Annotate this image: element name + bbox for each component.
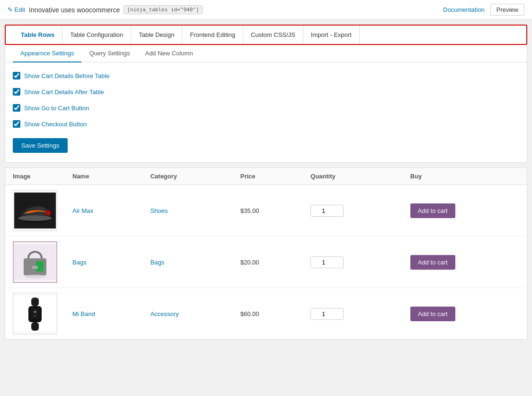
- sub-tab-appearance-settings[interactable]: Appearnce Settings: [13, 45, 81, 62]
- product-buy-cell: Add to cart: [403, 288, 527, 340]
- product-price-cell: $20.00: [233, 237, 303, 288]
- svg-point-3: [18, 215, 52, 221]
- product-category-cell: Bags: [143, 237, 233, 288]
- show-go-to-cart-label[interactable]: Show Go to Cart Button: [24, 105, 89, 112]
- svg-text:08: 08: [34, 310, 36, 313]
- col-header-price: Price: [233, 168, 303, 185]
- add-to-cart-button[interactable]: Add to cart: [410, 307, 455, 321]
- table-row: 08 25 Mi Band Ac: [5, 288, 527, 340]
- tab-table-rows[interactable]: Table Rows: [13, 26, 62, 44]
- tab-import-export[interactable]: Import - Export: [303, 26, 360, 44]
- shoe-image: [14, 193, 56, 229]
- settings-panel: Show Cart Details Before Table Show Cart…: [5, 62, 527, 162]
- svg-rect-15: [31, 322, 39, 331]
- svg-point-16: [32, 299, 34, 300]
- tab-frontend-editing[interactable]: Frontend Editing: [182, 26, 243, 44]
- main-tabs: Table Rows Table Configuration Table Des…: [5, 25, 527, 45]
- show-cart-before-row: Show Cart Details Before Table: [13, 72, 519, 79]
- product-name-cell: Mi Band: [65, 288, 143, 340]
- top-bar-left: ✎ Edit Innovative uses woocommerce [ninj…: [8, 5, 203, 14]
- product-quantity-cell: [303, 185, 403, 237]
- product-image-wrapper: [13, 190, 57, 231]
- shortcode-badge: [ninja_tables id="940"]: [124, 5, 202, 14]
- product-quantity-cell: [303, 237, 403, 288]
- col-header-buy: Buy: [403, 168, 527, 185]
- col-header-image: Image: [5, 168, 65, 185]
- band-image: 08 25: [14, 296, 56, 332]
- product-buy-cell: Add to cart: [403, 185, 527, 237]
- product-image-cell: [5, 237, 65, 288]
- product-category-link[interactable]: Bags: [151, 259, 165, 266]
- show-cart-after-label[interactable]: Show Cart Details After Table: [24, 88, 104, 96]
- product-category-link[interactable]: Accessory: [151, 310, 179, 317]
- show-checkout-label[interactable]: Show Checkout Button: [24, 121, 87, 128]
- add-to-cart-button[interactable]: Add to cart: [410, 255, 455, 270]
- product-name-cell: Bags: [65, 237, 143, 288]
- col-header-name: Name: [65, 168, 143, 185]
- product-category-cell: Accessory: [143, 288, 233, 340]
- show-go-to-cart-row: Show Go to Cart Button: [13, 104, 519, 112]
- product-name-link[interactable]: Mi Band: [72, 310, 95, 317]
- svg-rect-7: [32, 266, 38, 269]
- table-row: Bags Bags $20.00 Add to cart: [5, 237, 527, 288]
- products-table: Image Name Category Price Quantity Buy: [5, 168, 527, 339]
- show-checkout-row: Show Checkout Button: [13, 120, 519, 128]
- svg-point-18: [37, 299, 38, 300]
- product-image-wrapper: [13, 241, 57, 283]
- product-name-link[interactable]: Bags: [72, 259, 87, 266]
- show-cart-after-checkbox[interactable]: [13, 88, 20, 96]
- col-header-category: Category: [143, 168, 233, 185]
- show-cart-after-row: Show Cart Details After Table: [13, 88, 519, 96]
- top-bar-right: Documentation Preview: [443, 4, 524, 16]
- product-image-cell: 08 25: [5, 288, 65, 340]
- tab-custom-css-js[interactable]: Custom CSS/JS: [243, 26, 303, 44]
- sub-tab-query-settings[interactable]: Query Settings: [81, 45, 137, 62]
- show-checkout-checkbox[interactable]: [13, 120, 20, 128]
- svg-point-8: [25, 274, 45, 278]
- show-cart-before-checkbox[interactable]: [13, 72, 20, 79]
- product-image-cell: [5, 185, 65, 237]
- sub-tabs: Appearnce Settings Query Settings Add Ne…: [5, 45, 527, 62]
- product-name-link[interactable]: Air Max: [72, 207, 93, 214]
- product-name-cell: Air Max: [65, 185, 143, 237]
- preview-button[interactable]: Preview: [490, 4, 524, 16]
- sub-tab-add-new-column[interactable]: Add New Column: [137, 45, 200, 62]
- save-settings-button[interactable]: Save Settings: [13, 138, 68, 153]
- product-quantity-cell: [303, 288, 403, 340]
- bag-image: [14, 244, 56, 280]
- product-price-cell: $60.00: [233, 288, 303, 340]
- svg-text:25: 25: [34, 315, 36, 317]
- tab-table-configuration[interactable]: Table Configuration: [62, 26, 131, 44]
- show-go-to-cart-checkbox[interactable]: [13, 104, 20, 112]
- product-image-wrapper: 08 25: [13, 293, 57, 334]
- svg-point-17: [35, 299, 36, 300]
- add-to-cart-button[interactable]: Add to cart: [410, 203, 455, 218]
- quantity-input[interactable]: [310, 308, 344, 320]
- page-title: Innovative uses woocommerce: [29, 6, 120, 14]
- product-buy-cell: Add to cart: [403, 237, 527, 288]
- product-category-link[interactable]: Shoes: [151, 207, 168, 214]
- tab-table-design[interactable]: Table Design: [131, 26, 182, 44]
- documentation-link[interactable]: Documentation: [443, 6, 484, 13]
- table-area: Image Name Category Price Quantity Buy: [5, 167, 527, 340]
- table-header-row: Image Name Category Price Quantity Buy: [5, 168, 527, 185]
- content-area: Appearnce Settings Query Settings Add Ne…: [5, 45, 527, 163]
- col-header-quantity: Quantity: [303, 168, 403, 185]
- product-price-cell: $35.00: [233, 185, 303, 237]
- table-row: Air Max Shoes $35.00 Add to cart: [5, 185, 527, 237]
- quantity-input[interactable]: [310, 205, 344, 217]
- show-cart-before-label[interactable]: Show Cart Details Before Table: [24, 72, 109, 79]
- svg-rect-2: [46, 211, 50, 215]
- quantity-input[interactable]: [310, 256, 344, 268]
- top-bar: ✎ Edit Innovative uses woocommerce [ninj…: [0, 0, 532, 20]
- product-category-cell: Shoes: [143, 185, 233, 237]
- edit-link[interactable]: ✎ Edit: [8, 6, 25, 13]
